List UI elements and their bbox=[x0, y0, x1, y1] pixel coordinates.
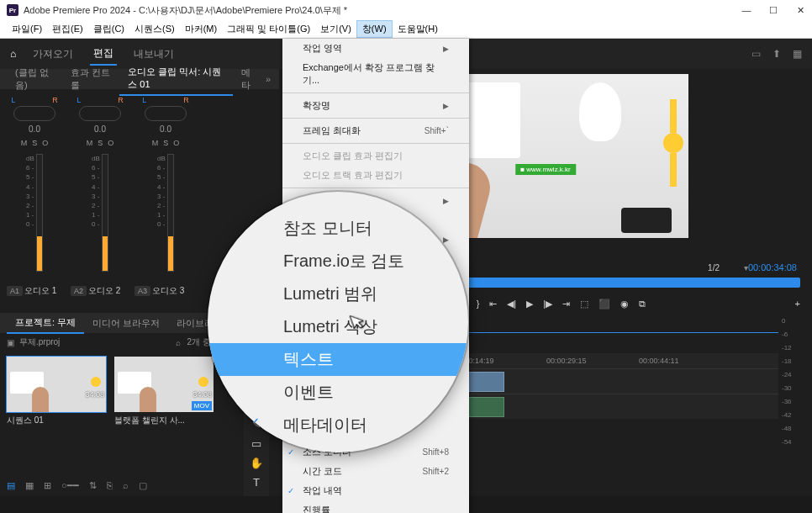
channel-name-2: A3오디오 3 bbox=[134, 285, 195, 297]
new-bin-icon[interactable]: ▢ bbox=[139, 480, 147, 491]
menu-separator bbox=[282, 118, 469, 119]
extract-icon[interactable]: ⬛ bbox=[598, 299, 610, 309]
hand-tool-icon[interactable]: ✋ bbox=[250, 457, 263, 469]
menubar: 파일(F)편집(E)클립(C)시퀀스(S)마커(M)그래픽 및 타이틀(G)보기… bbox=[0, 20, 812, 39]
rectangle-tool-icon[interactable]: ▭ bbox=[251, 437, 261, 450]
go-in-icon[interactable]: ⇤ bbox=[489, 299, 497, 309]
menu-item-25[interactable]: ✓작업 내역 bbox=[282, 481, 469, 500]
db-mark: -12 bbox=[782, 341, 809, 355]
program-timecode[interactable]: 00:00:34:08 bbox=[748, 262, 797, 272]
source-panel-tabs: (클립 없음) 효과 컨트롤 오디오 클립 믹서: 시퀀스 01 메타 » bbox=[0, 69, 279, 89]
magnified-item-3[interactable]: Lumetri 색상 bbox=[208, 310, 468, 343]
maximize-button[interactable]: ☐ bbox=[768, 5, 778, 16]
menu-4[interactable]: 마커(M) bbox=[180, 21, 223, 37]
app-icon: Pr bbox=[7, 4, 18, 16]
sort-icon[interactable]: ⇅ bbox=[89, 480, 97, 491]
search-icon[interactable]: ⌕ bbox=[176, 338, 181, 347]
panel-menu-icon[interactable]: » bbox=[266, 74, 279, 84]
project-clip-0[interactable]: 34:08 시퀀스 01 bbox=[7, 357, 106, 429]
tab-edit[interactable]: 편집 bbox=[90, 43, 117, 66]
menu-separator bbox=[282, 93, 469, 93]
menu-6[interactable]: 보기(V) bbox=[315, 21, 356, 37]
window-title: Adobe Premiere Pro 2024 - C:\사용자\DJ\문서\A… bbox=[24, 4, 347, 17]
tab-import[interactable]: 가져오기 bbox=[29, 44, 76, 65]
db-mark: -36 bbox=[782, 395, 809, 409]
mark-out-icon[interactable]: } bbox=[477, 299, 480, 309]
tab-media-browser[interactable]: 미디어 브라우저 bbox=[84, 314, 168, 333]
channel-name-0: A1오디오 1 bbox=[7, 285, 67, 297]
menu-item-8: 오디오 트랙 효과 편집기 bbox=[282, 166, 469, 185]
type-tool-icon[interactable]: T bbox=[253, 476, 260, 489]
lift-icon[interactable]: ⬚ bbox=[580, 299, 588, 309]
play-icon[interactable]: ▶ bbox=[526, 299, 533, 309]
magnified-item-1[interactable]: Frame.io로 검토 bbox=[208, 245, 468, 278]
go-out-icon[interactable]: ⇥ bbox=[562, 299, 570, 309]
magnified-item-5[interactable]: 이벤트 bbox=[208, 376, 468, 409]
window-titlebar: Pr Adobe Premiere Pro 2024 - C:\사용자\DJ\문… bbox=[0, 0, 812, 20]
project-panel: 프로젝트: 무제 미디어 브라우저 라이브러 » ▣ 무제.prproj ⌕ 2… bbox=[0, 313, 244, 496]
master-meter: 0-6-12-18-24-30-36-42-48-54 bbox=[778, 311, 812, 452]
db-mark: -24 bbox=[782, 368, 809, 382]
menu-item-26[interactable]: 진행률 bbox=[282, 500, 469, 513]
quickexport-icon[interactable]: ⬆ bbox=[772, 48, 781, 60]
list-view-icon[interactable]: ▤ bbox=[7, 480, 15, 491]
zoom-slider[interactable]: ○━━ bbox=[61, 480, 79, 491]
db-mark: -42 bbox=[782, 409, 809, 422]
export-frame-icon[interactable]: ◉ bbox=[620, 299, 629, 309]
menu-8[interactable]: 도움말(H) bbox=[393, 21, 443, 37]
preview-watch-graphic bbox=[663, 133, 683, 153]
magnified-item-4[interactable]: 텍스트 bbox=[208, 343, 468, 376]
mixer-channel-1[interactable]: LR 0.0 MSO dB6 -5 -4 -3 -2 -1 -0 - bbox=[69, 96, 131, 275]
close-button[interactable]: ✕ bbox=[795, 5, 805, 16]
db-mark: -30 bbox=[782, 382, 809, 395]
mixer-channel-0[interactable]: LR 0.0 MSO dB6 -5 -4 -3 -2 -1 -0 - bbox=[3, 96, 66, 275]
menu-2[interactable]: 클립(C) bbox=[88, 21, 129, 37]
menu-item-1[interactable]: Exchange에서 확장 프로그램 찾기... bbox=[282, 58, 469, 90]
workspace-icon[interactable]: ▦ bbox=[793, 48, 802, 60]
menu-7[interactable]: 창(W) bbox=[356, 20, 393, 38]
magnifier-overlay: 참조 모니터Frame.io로 검토Lumetri 범위Lumetri 색상텍스… bbox=[208, 192, 468, 452]
tab-export[interactable]: 내보내기 bbox=[130, 44, 177, 65]
minimize-button[interactable]: — bbox=[741, 5, 751, 16]
zoom-level[interactable]: 1/2 bbox=[708, 263, 720, 272]
freeform-view-icon[interactable]: ⊞ bbox=[44, 480, 51, 491]
menu-separator bbox=[282, 143, 469, 144]
menu-item-7: 오디오 클립 효과 편집기 bbox=[282, 146, 469, 166]
db-mark: 0 bbox=[782, 315, 809, 328]
home-icon[interactable]: ⌂ bbox=[10, 48, 16, 60]
menu-3[interactable]: 시퀀스(S) bbox=[129, 21, 180, 37]
icon-view-icon[interactable]: ▦ bbox=[25, 480, 34, 491]
ruler-tick: 00:00:29:15 bbox=[546, 357, 587, 365]
fullscreen-icon[interactable]: ▭ bbox=[751, 48, 761, 60]
menu-5[interactable]: 그래픽 및 타이틀(G) bbox=[222, 21, 315, 37]
automate-icon[interactable]: ⎘ bbox=[107, 480, 113, 491]
step-fwd-icon[interactable]: |▶ bbox=[543, 299, 552, 309]
menu-item-0[interactable]: 작업 영역▶ bbox=[282, 39, 469, 58]
menu-item-24[interactable]: 시간 코드Shift+2 bbox=[282, 462, 469, 481]
tab-project[interactable]: 프로젝트: 무제 bbox=[7, 313, 84, 334]
menu-0[interactable]: 파일(F) bbox=[7, 21, 47, 37]
project-filename: 무제.prproj bbox=[19, 336, 60, 348]
mixer-channel-2[interactable]: LR 0.0 MSO dB6 -5 -4 -3 -2 -1 -0 - bbox=[134, 96, 197, 275]
button-editor-icon[interactable]: + bbox=[795, 299, 800, 309]
menu-separator bbox=[282, 188, 469, 188]
step-back-icon[interactable]: ◀| bbox=[507, 299, 516, 309]
compare-icon[interactable]: ⧉ bbox=[639, 299, 646, 309]
preview-mouse-graphic bbox=[579, 82, 621, 141]
magnified-item-2[interactable]: Lumetri 범위 bbox=[208, 278, 468, 310]
db-mark: -18 bbox=[782, 355, 809, 368]
bin-icon: ▣ bbox=[7, 338, 14, 347]
preview-phone-graphic bbox=[621, 208, 672, 233]
project-clip-1[interactable]: 34:08 MOV 블랫폼 챌린지 사... bbox=[114, 357, 214, 429]
db-mark: -54 bbox=[782, 436, 809, 449]
menu-item-5[interactable]: 프레임 최대화Shift+` bbox=[282, 121, 469, 140]
find-icon[interactable]: ⌕ bbox=[123, 480, 129, 491]
db-mark: -6 bbox=[782, 328, 809, 341]
ruler-tick: 00:00:44:11 bbox=[639, 357, 679, 365]
menu-1[interactable]: 편집(E) bbox=[47, 21, 88, 37]
db-mark: -48 bbox=[782, 422, 809, 436]
preview-badge: ■ www.mwiz.k.kr bbox=[515, 164, 576, 175]
channel-name-1: A2오디오 2 bbox=[71, 285, 131, 297]
menu-item-3[interactable]: 확장명▶ bbox=[282, 96, 469, 115]
